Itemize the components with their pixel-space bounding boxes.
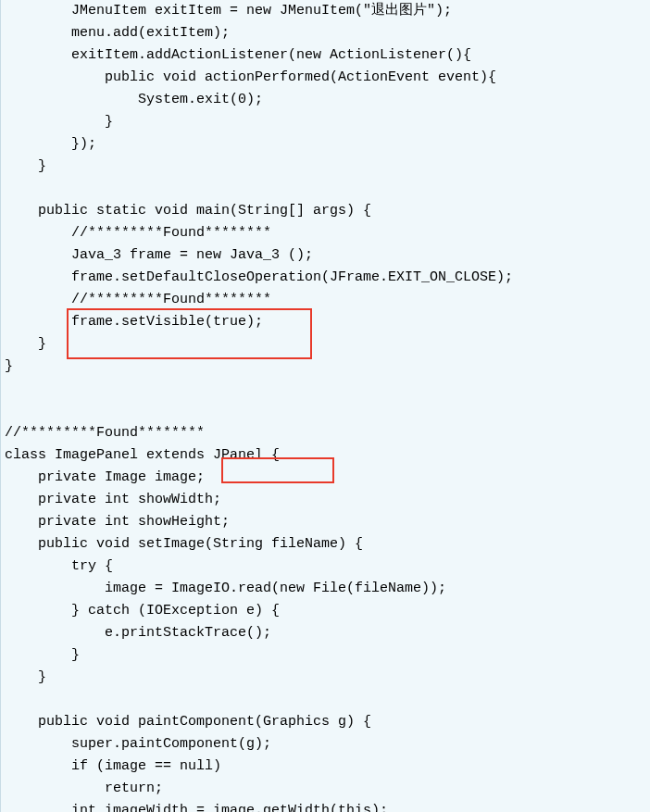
code-line: } — [1, 111, 650, 133]
code-block: JMenuItem exitItem = new JMenuItem("退出图片… — [1, 0, 650, 812]
code-line: int imageWidth = image.getWidth(this); — [1, 800, 650, 812]
code-line: try { — [1, 556, 650, 578]
code-line: image = ImageIO.read(new File(fileName))… — [1, 578, 650, 600]
code-line: public void actionPerformed(ActionEvent … — [1, 67, 650, 89]
code-line — [1, 689, 650, 711]
code-line: //*********Found******** — [1, 222, 650, 244]
code-line: } — [1, 156, 650, 178]
code-line: exitItem.addActionListener(new ActionLis… — [1, 44, 650, 67]
code-line: } — [1, 644, 650, 667]
code-line: Java_3 frame = new Java_3 (); — [1, 244, 650, 267]
code-line: System.exit(0); — [1, 89, 650, 111]
code-line: frame.setVisible(true); — [1, 311, 650, 333]
code-line: private int showHeight; — [1, 511, 650, 533]
code-line: } — [1, 356, 650, 378]
code-line: //*********Found******** — [1, 422, 650, 444]
code-line — [1, 378, 650, 400]
code-line: frame.setDefaultCloseOperation(JFrame.EX… — [1, 267, 650, 289]
code-line: private Image image; — [1, 467, 650, 489]
code-line: }); — [1, 133, 650, 156]
code-line: private int showWidth; — [1, 489, 650, 511]
code-line: class ImagePanel extends JPanel { — [1, 444, 650, 467]
code-line: //*********Found******** — [1, 289, 650, 311]
code-line — [1, 400, 650, 422]
code-line: } catch (IOException e) { — [1, 600, 650, 622]
code-line: public void setImage(String fileName) { — [1, 533, 650, 556]
code-line: } — [1, 667, 650, 689]
code-line: super.paintComponent(g); — [1, 733, 650, 756]
code-line: JMenuItem exitItem = new JMenuItem("退出图片… — [1, 0, 650, 22]
code-line: public static void main(String[] args) { — [1, 200, 650, 222]
code-line: return; — [1, 778, 650, 800]
code-line — [1, 178, 650, 200]
code-line: e.printStackTrace(); — [1, 622, 650, 644]
code-line: if (image == null) — [1, 756, 650, 778]
code-line: public void paintComponent(Graphics g) { — [1, 711, 650, 733]
code-container: JMenuItem exitItem = new JMenuItem("退出图片… — [1, 0, 650, 812]
code-line: } — [1, 333, 650, 356]
code-line: menu.add(exitItem); — [1, 22, 650, 44]
